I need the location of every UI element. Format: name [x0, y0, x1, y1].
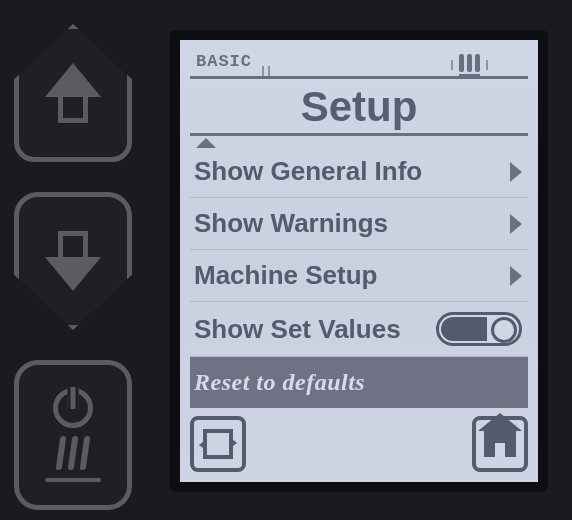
hw-up-button[interactable] [14, 24, 132, 162]
chevron-right-icon [510, 162, 522, 182]
hw-power-heat-button[interactable] [14, 360, 132, 510]
menu-item-reset-defaults[interactable]: Reset to defaults [190, 357, 528, 408]
footer-bar [190, 408, 528, 472]
home-icon [484, 431, 516, 457]
setup-menu: Show General Info Show Warnings Machine … [190, 146, 528, 408]
menu-item-label: Reset to defaults [194, 369, 365, 396]
home-button[interactable] [472, 416, 528, 472]
chevron-right-icon [510, 266, 522, 286]
chevron-right-icon [510, 214, 522, 234]
menu-item-label: Machine Setup [194, 260, 377, 291]
cycle-button[interactable] [190, 416, 246, 472]
page-title: Setup [190, 79, 528, 136]
menu-item-warnings[interactable]: Show Warnings [190, 198, 528, 250]
menu-item-label: Show Warnings [194, 208, 388, 239]
tab-heat-icon[interactable] [459, 54, 480, 76]
menu-item-label: Show General Info [194, 156, 422, 187]
power-icon [53, 388, 93, 428]
arrow-up-stem [58, 97, 88, 123]
menu-item-general-info[interactable]: Show General Info [190, 146, 528, 198]
hw-down-button[interactable] [14, 192, 132, 330]
menu-item-show-set-values[interactable]: Show Set Values [190, 302, 528, 357]
heat-icon [58, 436, 88, 470]
arrow-down-icon [45, 257, 101, 291]
show-set-values-toggle[interactable] [436, 312, 522, 346]
arrow-down-stem [58, 231, 88, 257]
lcd-screen: BASIC Setup Show General Info Show Warni… [170, 30, 548, 492]
tab-bar: BASIC [190, 48, 528, 79]
tab-basic[interactable]: BASIC [190, 50, 258, 76]
arrow-up-icon [45, 63, 101, 97]
cycle-icon [203, 429, 233, 459]
toggle-knob [491, 317, 517, 343]
menu-item-machine-setup[interactable]: Machine Setup [190, 250, 528, 302]
menu-item-label: Show Set Values [194, 314, 401, 345]
